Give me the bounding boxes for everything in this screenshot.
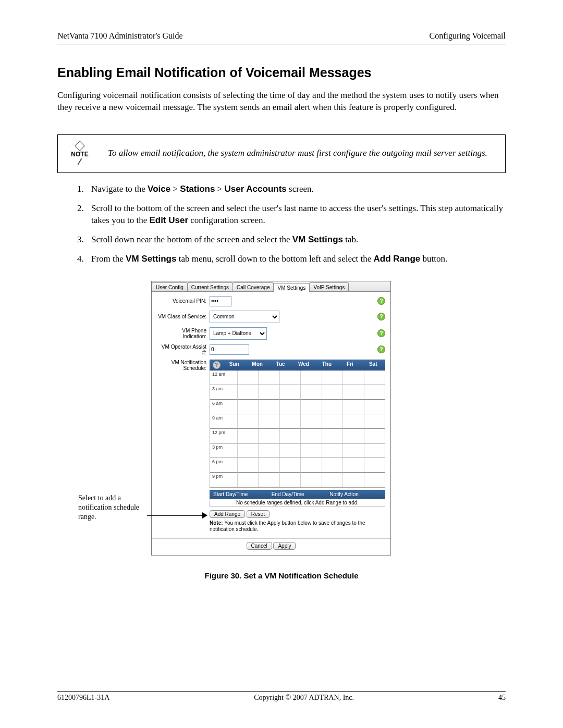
time-cell[interactable] — [301, 473, 322, 487]
time-cell[interactable] — [238, 443, 259, 458]
time-cell[interactable] — [280, 473, 301, 487]
time-cell[interactable] — [280, 458, 301, 473]
time-cell[interactable] — [364, 443, 385, 458]
time-cell[interactable] — [301, 443, 322, 458]
time-cell[interactable] — [322, 414, 343, 429]
assist-input[interactable] — [210, 344, 249, 355]
time-cell[interactable] — [238, 414, 259, 429]
time-cell[interactable] — [301, 385, 322, 400]
time-row: 12 pm — [210, 429, 385, 443]
step-4: From the VM Settings tab menu, scroll do… — [86, 253, 506, 265]
cos-select[interactable]: Common — [210, 311, 279, 323]
time-cell[interactable] — [259, 458, 279, 473]
time-cell[interactable] — [322, 473, 343, 487]
time-row: 9 am — [210, 414, 385, 429]
time-row: 3 am — [210, 385, 385, 400]
time-cell[interactable] — [280, 429, 301, 443]
time-cell[interactable] — [259, 400, 279, 414]
time-cell[interactable] — [322, 400, 343, 414]
tab-voip-settings[interactable]: VoIP Settings — [309, 282, 349, 291]
add-range-button[interactable]: Add Range — [210, 510, 245, 518]
section-title: Enabling Email Notification of Voicemail… — [57, 65, 506, 80]
time-cell[interactable] — [343, 429, 364, 443]
phone-label: VM Phone Indication: — [157, 328, 210, 339]
help-icon[interactable]: ? — [377, 346, 385, 353]
time-cell[interactable] — [364, 400, 385, 414]
time-cell[interactable] — [259, 385, 279, 400]
callout-arrow-icon — [202, 512, 207, 519]
time-cell[interactable] — [259, 371, 279, 385]
time-cell[interactable] — [364, 385, 385, 400]
sched-label: VM Notification Schedule: — [157, 360, 210, 371]
time-cell[interactable] — [343, 385, 364, 400]
time-cell[interactable] — [238, 458, 259, 473]
time-cell[interactable] — [259, 429, 279, 443]
apply-button[interactable]: Apply — [273, 542, 296, 550]
time-cell[interactable] — [259, 473, 279, 487]
time-cell[interactable] — [364, 429, 385, 443]
time-cell[interactable] — [280, 371, 301, 385]
time-cell[interactable] — [364, 458, 385, 473]
day-wed: Wed — [292, 360, 315, 370]
pin-input[interactable] — [210, 296, 231, 306]
step-3: Scroll down near the bottom of the scree… — [86, 234, 506, 246]
time-cell[interactable] — [364, 371, 385, 385]
time-label: 9 am — [210, 414, 238, 429]
page-header: NetVanta 7100 Administrator's Guide Conf… — [57, 31, 506, 44]
time-cell[interactable] — [280, 414, 301, 429]
tab-call-coverage[interactable]: Call Coverage — [232, 282, 274, 291]
time-cell[interactable] — [301, 371, 322, 385]
time-cell[interactable] — [343, 371, 364, 385]
time-cell[interactable] — [301, 429, 322, 443]
time-cell[interactable] — [301, 458, 322, 473]
time-cell[interactable] — [238, 429, 259, 443]
header-left: NetVanta 7100 Administrator's Guide — [57, 31, 183, 41]
time-label: 6 pm — [210, 458, 238, 473]
time-cell[interactable] — [322, 458, 343, 473]
time-grid[interactable]: 12 am3 am6 am9 am12 pm3 pm6 pm9 pm — [210, 371, 385, 488]
time-cell[interactable] — [343, 400, 364, 414]
time-cell[interactable] — [322, 443, 343, 458]
time-cell[interactable] — [343, 443, 364, 458]
help-icon[interactable]: ? — [213, 361, 221, 369]
tab-vm-settings[interactable]: VM Settings — [273, 283, 310, 292]
time-cell[interactable] — [364, 473, 385, 487]
tab-current-settings[interactable]: Current Settings — [187, 282, 233, 291]
time-cell[interactable] — [343, 414, 364, 429]
phone-select[interactable]: Lamp + Dialtone — [210, 327, 267, 340]
callout-text: Select to add a notification schedule ra… — [78, 493, 151, 522]
time-cell[interactable] — [259, 443, 279, 458]
footer-right: 45 — [498, 694, 506, 702]
tab-bar: User Config Current Settings Call Covera… — [152, 281, 390, 292]
time-cell[interactable] — [280, 385, 301, 400]
help-icon[interactable]: ? — [377, 313, 385, 320]
time-cell[interactable] — [238, 385, 259, 400]
time-cell[interactable] — [238, 473, 259, 487]
time-cell[interactable] — [322, 385, 343, 400]
time-cell[interactable] — [259, 414, 279, 429]
cos-label: VM Class of Service: — [157, 314, 210, 319]
range-empty-text: No schedule ranges defined, click Add Ra… — [210, 499, 385, 507]
reset-button[interactable]: Reset — [247, 510, 270, 518]
help-icon[interactable]: ? — [377, 329, 385, 337]
time-label: 3 am — [210, 385, 238, 400]
time-row: 12 am — [210, 371, 385, 385]
time-cell[interactable] — [301, 414, 322, 429]
time-cell[interactable] — [343, 458, 364, 473]
intro-paragraph: Configuring voicemail notification consi… — [57, 90, 506, 114]
time-cell[interactable] — [280, 400, 301, 414]
time-cell[interactable] — [322, 371, 343, 385]
tab-user-config[interactable]: User Config — [152, 282, 188, 291]
help-icon[interactable]: ? — [377, 297, 385, 305]
time-row: 6 am — [210, 400, 385, 414]
time-cell[interactable] — [238, 400, 259, 414]
time-cell[interactable] — [301, 400, 322, 414]
callout-line — [147, 515, 207, 516]
time-cell[interactable] — [280, 443, 301, 458]
time-cell[interactable] — [343, 473, 364, 487]
schedule-day-header: ? Sun Mon Tue Wed Thu Fri Sat — [210, 360, 385, 371]
time-cell[interactable] — [364, 414, 385, 429]
time-cell[interactable] — [238, 371, 259, 385]
cancel-button[interactable]: Cancel — [247, 542, 272, 550]
time-cell[interactable] — [322, 429, 343, 443]
